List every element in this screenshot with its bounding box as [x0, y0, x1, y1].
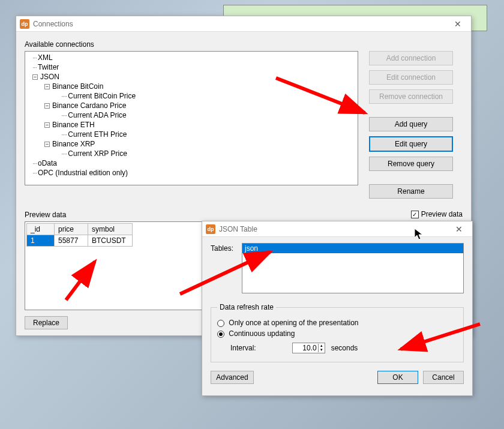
col-price[interactable]: price [55, 224, 88, 235]
remove-query-button[interactable]: Remove query [369, 157, 453, 171]
tree-node-ada-price[interactable]: ····Current ADA Price [28, 110, 355, 120]
close-icon[interactable]: ✕ [448, 19, 467, 29]
preview-data-checkbox[interactable]: ✓ Preview data [411, 210, 463, 218]
remove-connection-button[interactable]: Remove connection [369, 89, 453, 104]
tree-node-opc[interactable]: ···OPC (Industrial edition only) [28, 168, 355, 178]
data-refresh-group: Data refresh rate Only once at opening o… [211, 303, 464, 362]
ok-button[interactable]: OK [377, 371, 418, 384]
preview-data-label: Preview data [25, 211, 66, 219]
window-title: Connections [33, 20, 73, 28]
check-icon: ✓ [411, 211, 419, 218]
preview-table[interactable]: _id price symbol 1 55877 BTCUSDT [26, 223, 133, 247]
radio-icon [217, 331, 224, 338]
advanced-button[interactable]: Advanced [211, 371, 254, 384]
radio-continuous[interactable]: Continuous updating [217, 329, 457, 338]
table-row[interactable]: 1 55877 BTCUSDT [27, 235, 133, 247]
tables-label: Tables: [211, 243, 233, 253]
edit-query-button[interactable]: Edit query [369, 136, 453, 152]
app-icon: dp [20, 19, 29, 29]
tree-node-bitcoin-price[interactable]: ····Current BitCoin Price [28, 91, 355, 101]
add-connection-button[interactable]: Add connection [369, 51, 453, 65]
tree-node-json[interactable]: −JSON [28, 72, 355, 82]
tree-node-eth[interactable]: −Binance ETH [28, 120, 355, 130]
edit-connection-button[interactable]: Edit connection [369, 70, 453, 85]
titlebar[interactable]: dp JSON Table ✕ [202, 221, 472, 237]
list-item-json[interactable]: json [242, 244, 463, 253]
available-connections-label: Available connections [25, 40, 463, 49]
connections-tree[interactable]: ···XML ···Twitter −JSON −Binance BitCoin… [25, 51, 358, 185]
json-table-window: dp JSON Table ✕ Tables: json Data refres… [202, 221, 473, 396]
tree-node-bitcoin[interactable]: −Binance BitCoin [28, 82, 355, 91]
cancel-button[interactable]: Cancel [423, 371, 464, 384]
interval-spinner[interactable]: ▲▼ [292, 343, 325, 353]
replace-button[interactable]: Replace [25, 316, 68, 329]
cursor-icon [414, 228, 425, 244]
tree-node-cardano[interactable]: −Binance Cardano Price [28, 101, 355, 110]
tables-listbox[interactable]: json [242, 243, 464, 293]
interval-label: Interval: [230, 344, 256, 352]
tree-node-odata[interactable]: ···oData [28, 158, 355, 168]
tree-node-xrp[interactable]: −Binance XRP [28, 139, 355, 149]
radio-once[interactable]: Only once at opening of the presentation [217, 319, 457, 327]
interval-unit: seconds [331, 344, 358, 352]
titlebar[interactable]: dp Connections ✕ [16, 16, 471, 32]
spinner-arrows-icon[interactable]: ▲▼ [318, 344, 325, 352]
tree-node-twitter[interactable]: ···Twitter [28, 62, 355, 72]
tree-node-eth-price[interactable]: ····Current ETH Price [28, 130, 355, 139]
tree-node-xrp-price[interactable]: ····Current XRP Price [28, 149, 355, 158]
close-icon[interactable]: ✕ [449, 224, 469, 234]
add-query-button[interactable]: Add query [369, 117, 453, 131]
col-symbol[interactable]: symbol [88, 224, 133, 235]
app-icon: dp [206, 224, 215, 234]
window-title: JSON Table [219, 225, 257, 233]
col-id[interactable]: _id [27, 224, 55, 235]
connection-buttons: Add connection Edit connection Remove co… [369, 51, 453, 199]
rename-button[interactable]: Rename [369, 184, 453, 199]
interval-input[interactable] [293, 343, 318, 353]
radio-icon [217, 320, 224, 327]
tree-node-xml[interactable]: ···XML [28, 53, 355, 62]
